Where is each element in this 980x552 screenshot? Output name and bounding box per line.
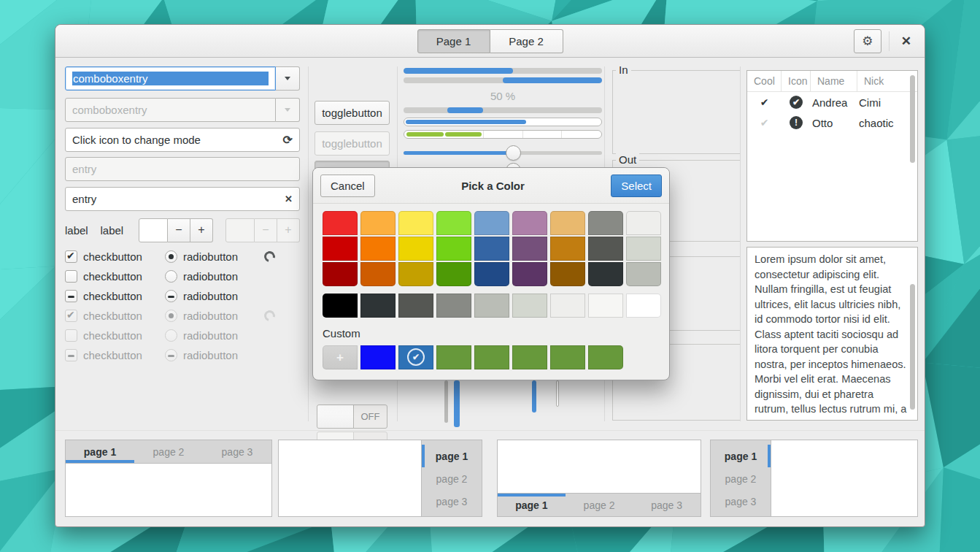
color-swatch[interactable] [588,237,623,261]
table-scrollbar[interactable] [910,75,915,163]
cancel-button[interactable]: Cancel [320,175,375,197]
color-swatch[interactable] [588,211,623,235]
dialog-body: Custom +✔ [313,204,669,369]
color-swatch[interactable] [323,211,358,235]
table-row[interactable]: ✔✔AndreaCimi [747,92,917,112]
color-swatch[interactable] [360,211,396,235]
tab-page-1[interactable]: page 1 [66,440,134,463]
color-swatch[interactable] [398,294,433,318]
custom-color-swatch[interactable] [588,345,623,369]
entry-change-mode[interactable]: Click icon to change mode ⟳ [65,128,300,152]
tab-page-3[interactable]: page 3 [633,494,701,516]
color-swatch[interactable] [550,237,585,261]
color-swatch[interactable] [323,237,358,261]
color-swatch[interactable] [398,262,433,286]
color-swatch[interactable] [626,237,661,261]
custom-color-swatch[interactable] [550,345,585,369]
color-swatch[interactable] [626,262,661,286]
custom-color-swatch[interactable] [512,345,547,369]
tab-bar: page 1page 2page 3 [66,440,271,464]
color-swatch[interactable] [436,294,471,318]
radiobutton-unchecked[interactable] [165,270,177,283]
table-row[interactable]: ✔!Ottochaotic [747,112,917,133]
cool-cell[interactable]: ✔ [747,117,782,129]
color-swatch[interactable] [474,262,509,286]
radiobutton-checked[interactable] [165,250,177,263]
column-header-icon[interactable]: Icon [782,71,811,91]
tab-page-1[interactable]: page 1 [711,445,771,467]
color-swatch[interactable] [626,294,661,318]
check-circle-icon: ✔ [790,96,803,109]
tab-page-2[interactable]: page 2 [711,467,771,490]
lorem-textview[interactable]: Lorem ipsum dolor sit amet, consectetur … [746,247,918,421]
entry-clearable[interactable]: entry ✕ [65,187,300,211]
color-swatch[interactable] [360,262,396,286]
tab-page-3[interactable]: page 3 [422,490,482,513]
color-swatch[interactable] [360,294,396,318]
gear-menu-button[interactable]: ⚙ [854,29,881,53]
spin-minus-button[interactable]: − [168,218,190,242]
tab-page-3[interactable]: page 3 [711,490,771,513]
tab-page-2[interactable]: page 2 [134,440,203,463]
tab-page-2[interactable]: page 2 [422,467,482,490]
color-swatch[interactable] [626,211,661,235]
tab-page-3[interactable]: page 3 [203,440,271,463]
vertical-scale-bar[interactable] [532,380,536,413]
switch-off[interactable]: OFF [317,405,387,429]
color-swatch[interactable] [360,237,396,261]
close-button[interactable]: ✕ [897,31,916,52]
vertical-scale-bar[interactable] [556,380,559,407]
checkbutton-unchecked[interactable] [65,270,77,283]
custom-color-swatch-selected[interactable]: ✔ [398,345,433,369]
color-swatch[interactable] [323,262,358,286]
column-header-name[interactable]: Name [811,71,857,91]
color-swatch[interactable] [588,294,623,318]
comboboxentry-input[interactable]: comboboxentry [65,66,276,91]
vertical-scale-bar[interactable] [444,380,448,423]
column-header-nick[interactable]: Nick [857,71,917,91]
refresh-icon[interactable]: ⟳ [283,133,293,147]
textview-scrollbar[interactable] [910,284,915,410]
column-header-cool[interactable]: Cool [747,71,782,91]
custom-color-swatch[interactable] [436,345,471,369]
color-swatch[interactable] [512,262,547,286]
color-swatch[interactable] [474,237,509,261]
color-swatch[interactable] [398,237,433,261]
color-swatch[interactable] [550,294,585,318]
color-swatch[interactable] [323,294,358,318]
color-swatch[interactable] [588,262,623,286]
checkbutton-checked[interactable] [65,250,77,263]
radiobutton-mixed[interactable] [165,290,177,302]
color-swatch[interactable] [436,237,471,261]
spin-plus-button[interactable]: + [190,218,213,242]
checkbutton-mixed[interactable] [65,290,77,302]
color-swatch[interactable] [436,211,471,235]
color-swatch[interactable] [550,262,585,286]
color-swatch[interactable] [512,237,547,261]
scale-handle[interactable] [506,145,521,161]
switch-knob[interactable] [317,405,354,428]
vertical-scale-bar[interactable] [454,380,460,427]
select-button[interactable]: Select [611,175,662,197]
color-swatch[interactable] [512,294,547,318]
custom-color-swatch[interactable] [474,345,509,369]
color-swatch[interactable] [474,294,509,318]
spinbutton-entry[interactable] [139,218,168,242]
custom-color-swatch[interactable] [360,345,396,369]
radiobutton-checked [165,310,177,322]
color-swatch[interactable] [512,211,547,235]
color-swatch[interactable] [398,211,433,235]
cool-cell[interactable]: ✔ [747,96,782,108]
color-swatch[interactable] [474,211,509,235]
togglebutton-1[interactable]: togglebutton [315,101,390,125]
comboboxentry-dropdown-button[interactable] [276,66,300,91]
add-custom-color-button[interactable]: + [323,345,358,369]
tab-page-2[interactable]: Page 2 [490,29,563,53]
color-swatch[interactable] [550,211,585,235]
tab-page-1[interactable]: Page 1 [417,29,490,53]
tab-page-2[interactable]: page 2 [566,494,633,516]
tab-page-1[interactable]: page 1 [422,445,482,467]
clear-icon[interactable]: ✕ [285,193,293,204]
color-swatch[interactable] [436,262,471,286]
tab-page-1[interactable]: page 1 [498,494,566,516]
